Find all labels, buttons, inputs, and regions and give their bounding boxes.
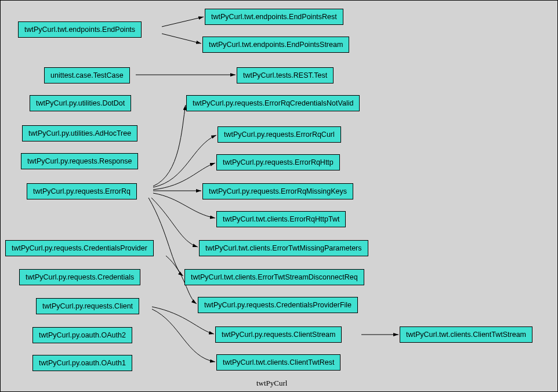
- node-err-twt-missing[interactable]: twtPyCurl.twt.clients.ErrorTwtMissingPar…: [199, 240, 368, 256]
- node-cred-provider-file[interactable]: twtPyCurl.py.requests.CredentialsProvide…: [198, 297, 358, 313]
- node-adhoctree[interactable]: twtPyCurl.py.utilities.AdHocTree: [22, 125, 137, 141]
- node-rest-test[interactable]: twtPyCurl.tests.REST.Test: [237, 67, 334, 84]
- node-testcase[interactable]: unittest.case.TestCase: [44, 67, 130, 84]
- node-endpoints-rest[interactable]: twtPyCurl.twt.endpoints.EndPointsRest: [205, 9, 343, 25]
- node-err-cred-notvalid[interactable]: twtPyCurl.py.requests.ErrorRqCredentials…: [186, 95, 360, 111]
- node-client-twt-rest[interactable]: twtPyCurl.twt.clients.ClientTwtRest: [216, 354, 340, 371]
- node-err-httptwt[interactable]: twtPyCurl.twt.clients.ErrorRqHttpTwt: [216, 211, 346, 227]
- node-client-stream[interactable]: twtPyCurl.py.requests.ClientStream: [215, 326, 342, 343]
- diagram-title: twtPyCurl: [256, 379, 287, 388]
- node-client[interactable]: twtPyCurl.py.requests.Client: [36, 298, 139, 314]
- node-cred-provider[interactable]: twtPyCurl.py.requests.CredentialsProvide…: [5, 240, 154, 256]
- node-err-curl[interactable]: twtPyCurl.py.requests.ErrorRqCurl: [218, 126, 341, 143]
- node-client-twt-stream[interactable]: twtPyCurl.twt.clients.ClientTwtStream: [400, 326, 532, 343]
- node-err-twt-streamdisc[interactable]: twtPyCurl.twt.clients.ErrorTwtStreamDisc…: [184, 269, 364, 285]
- node-oauth2[interactable]: twtPyCurl.py.oauth.OAuth2: [32, 327, 132, 343]
- node-endpoints-stream[interactable]: twtPyCurl.twt.endpoints.EndPointsStream: [202, 37, 349, 53]
- node-oauth1[interactable]: twtPyCurl.py.oauth.OAuth1: [32, 355, 132, 371]
- node-err-http[interactable]: twtPyCurl.py.requests.ErrorRqHttp: [216, 154, 340, 170]
- node-endpoints[interactable]: twtPyCurl.twt.endpoints.EndPoints: [18, 21, 142, 38]
- node-errorrq[interactable]: twtPyCurl.py.requests.ErrorRq: [27, 183, 137, 199]
- node-response[interactable]: twtPyCurl.py.requests.Response: [21, 153, 138, 169]
- node-dotdot[interactable]: twtPyCurl.py.utilities.DotDot: [30, 95, 131, 111]
- node-credentials[interactable]: twtPyCurl.py.requests.Credentials: [19, 269, 140, 285]
- node-err-missingkeys[interactable]: twtPyCurl.py.requests.ErrorRqMissingKeys: [202, 183, 353, 199]
